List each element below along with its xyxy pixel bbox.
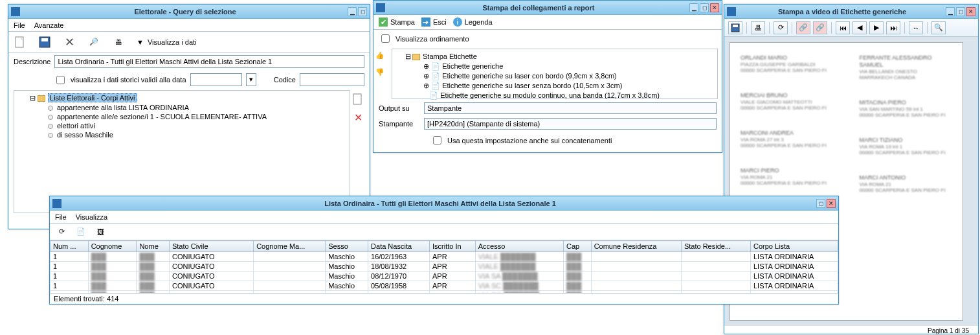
column-header[interactable]: Accesso (475, 241, 563, 252)
app-icon (11, 7, 20, 16)
maximize-button[interactable]: ◻ (956, 7, 965, 16)
maximize-button[interactable]: ◻ (358, 7, 367, 16)
show-order-label: Visualizza ordinamento (395, 35, 469, 43)
tree-item[interactable]: ⊕ 📄 Etichette generiche su laser senza b… (413, 81, 715, 91)
exit-button[interactable]: ➔Esci (421, 17, 447, 27)
binoculars-icon[interactable]: 🔎 (87, 36, 100, 49)
first-page-icon[interactable]: ⏮ (836, 21, 850, 34)
minimize-button[interactable]: ▁ (689, 3, 698, 12)
legend-button[interactable]: iLegenda (453, 17, 493, 27)
view-icon[interactable]: 🖼 (94, 225, 107, 238)
tree-child[interactable]: elettori attivi (38, 121, 344, 130)
code-input[interactable] (300, 73, 364, 86)
printer-row: Stampante [HP2420dn] (Stampante di siste… (373, 116, 722, 132)
printer-label: Stampante (379, 120, 420, 128)
titlebar[interactable]: Stampa a video di Etichette generiche ▁ … (724, 5, 978, 19)
delete-icon[interactable]: ✕ (63, 36, 76, 49)
next-page-icon[interactable]: ▶ (869, 21, 884, 34)
print-icon[interactable]: 🖶 (751, 21, 765, 34)
thumb-down-icon[interactable]: 👎 (373, 65, 386, 78)
column-header[interactable]: Stato Civile (169, 241, 253, 252)
minimize-button[interactable]: ▁ (946, 7, 955, 16)
output-row: Output su Stampante (373, 100, 722, 116)
menu-visualizza[interactable]: Visualizza (76, 213, 107, 221)
zoom-icon[interactable]: 🔍 (931, 21, 946, 34)
refresh-icon[interactable]: ⟳ (55, 225, 68, 238)
column-header[interactable]: Cognome Ma... (254, 241, 326, 252)
tree-item[interactable]: 📄 Etichette generiche su modulo continuo… (413, 91, 715, 100)
menu-avanzate[interactable]: Avanzate (34, 21, 64, 29)
output-label: Output su (379, 104, 420, 112)
tree-root[interactable]: ⊟ Liste Elettorali - Corpi Attivi (19, 93, 344, 103)
column-header[interactable]: Num ... (50, 241, 89, 252)
description-input[interactable] (54, 55, 364, 68)
report-tree[interactable]: ⊟Stampa Etichette ⊕ 📄 Etichette generich… (392, 49, 718, 99)
printer-value[interactable]: [HP2420dn] (Stampante di sistema) (424, 118, 717, 130)
print-icon[interactable]: 🖶 (112, 36, 125, 49)
new-icon[interactable] (14, 36, 27, 49)
table-row[interactable]: 1██████CONIUGATOMaschio16/02/1963APRVIAL… (50, 252, 838, 262)
table-row[interactable]: 1██████CONIUGATOMaschio05/08/1958APRVIA … (50, 281, 838, 291)
tree-item[interactable]: ⊕ 📄 Etichette generiche su laser con bor… (413, 71, 715, 81)
refresh-icon[interactable]: ⟳ (774, 21, 788, 34)
show-order-checkbox[interactable] (381, 34, 390, 43)
concat-checkbox[interactable] (433, 136, 441, 144)
description-label: Descrizione (14, 58, 50, 65)
window-data-grid: Lista Ordinaira - Tutti gli Elettori Mas… (49, 196, 839, 305)
column-header[interactable]: Cap (563, 241, 591, 252)
remove-icon[interactable]: ✕ (351, 111, 364, 124)
column-header[interactable]: Iscritto In (430, 241, 476, 252)
grid-scroll[interactable]: Num ...CognomeNomeStato CivileCognome Ma… (50, 240, 838, 293)
fit-width-icon[interactable]: ↔ (909, 21, 923, 34)
column-header[interactable]: Corpo Lista (750, 241, 838, 252)
print-button[interactable]: ✔Stampa (379, 17, 415, 27)
last-page-icon[interactable]: ⏭ (886, 21, 900, 34)
app-icon (52, 199, 61, 208)
tree-item[interactable]: ⊕ 📄 Etichette generiche (413, 62, 715, 71)
toolbar: ✔Stampa ➔Esci iLegenda (373, 15, 722, 30)
criteria-tree[interactable]: ⊟ Liste Elettorali - Corpi Attivi appart… (14, 90, 350, 213)
tree-child[interactable]: appartenente alla lista LISTA ORDINARIA (38, 103, 344, 112)
tree-child[interactable]: appartenente alle/e sezione/i 1 - SCUOLA… (38, 112, 344, 121)
export-icon[interactable]: 📄 (74, 225, 87, 238)
save-icon[interactable] (38, 36, 51, 49)
history-checkbox[interactable] (56, 76, 65, 84)
link2-icon[interactable]: 🔗 (813, 21, 827, 34)
close-button[interactable]: ✕ (966, 7, 975, 16)
menu-file[interactable]: File (14, 21, 25, 29)
titlebar[interactable]: Elettorale - Query di selezione ▁ ◻ (8, 5, 370, 19)
close-button[interactable]: ✕ (827, 199, 836, 208)
history-row: visualizza i dati storici validi alla da… (8, 71, 370, 89)
thumb-up-icon[interactable]: 👍 (373, 49, 386, 62)
column-header[interactable]: Cognome (88, 241, 137, 252)
menubar: File Visualizza (50, 211, 838, 224)
maximize-button[interactable]: ◻ (816, 199, 825, 208)
filter-icon[interactable]: ▼Visualizza i dati (137, 36, 197, 49)
folder-icon (38, 95, 45, 102)
titlebar[interactable]: Lista Ordinaira - Tutti gli Elettori Mas… (50, 196, 838, 211)
page-indicator: Pagina 1 di 35 (724, 326, 978, 335)
prev-page-icon[interactable]: ◀ (852, 21, 867, 34)
date-dropdown-button[interactable]: ▾ (246, 73, 256, 86)
close-button[interactable]: ✕ (710, 3, 719, 12)
column-header[interactable]: Stato Reside... (681, 241, 750, 252)
history-date-input[interactable] (190, 73, 242, 86)
column-header[interactable]: Sesso (326, 241, 368, 252)
menu-file[interactable]: File (55, 213, 67, 221)
output-value[interactable]: Stampante (424, 102, 717, 114)
link-icon[interactable]: 🔗 (796, 21, 810, 34)
column-header[interactable]: Comune Residenza (591, 241, 681, 252)
new-doc-icon[interactable] (351, 93, 364, 106)
minimize-button[interactable]: ▁ (348, 7, 357, 16)
window-report-links: Stampa dei collegamenti a report ▁ ◻ ✕ ✔… (373, 0, 722, 153)
titlebar[interactable]: Stampa dei collegamenti a report ▁ ◻ ✕ (373, 1, 722, 15)
tree-child[interactable]: di sesso Maschile (38, 130, 344, 139)
maximize-button[interactable]: ◻ (700, 3, 709, 12)
table-row[interactable]: 1██████CONIUGATOMaschio08/12/1970APRVIA … (50, 271, 838, 281)
save-icon[interactable] (728, 21, 742, 34)
folder-icon (412, 54, 420, 60)
column-header[interactable]: Data Nascita (368, 241, 430, 252)
table-row[interactable]: 1██████CONIUGATOMaschio18/08/1932APRVIAL… (50, 262, 838, 271)
column-header[interactable]: Nome (137, 241, 170, 252)
filter-label: Visualizza i dati (148, 38, 197, 46)
